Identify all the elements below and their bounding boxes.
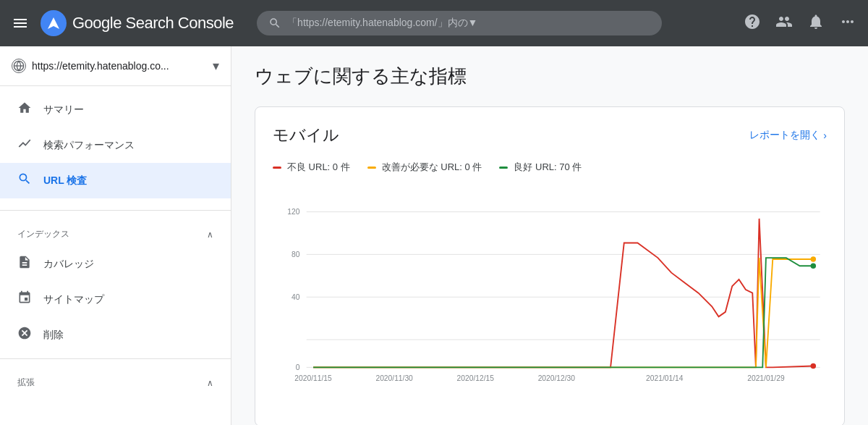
legend-item-improve: 改善が必要な URL: 0 件 — [367, 161, 482, 174]
sidebar-item-sitemap[interactable]: サイトマップ — [0, 282, 231, 317]
sidebar-label-performance: 検索パフォーマンス — [43, 139, 135, 152]
legend-item-good: 良好 URL: 70 件 — [499, 161, 582, 174]
menu-icon[interactable] — [12, 14, 29, 32]
help-icon[interactable] — [744, 13, 761, 34]
svg-text:80: 80 — [292, 251, 300, 258]
svg-text:2020/11/15: 2020/11/15 — [294, 374, 332, 382]
removal-icon — [17, 326, 32, 344]
expand-section-header: 拡張 ∧ — [0, 365, 231, 395]
property-selector[interactable]: https://etemity.hatenablog.co... ▾ — [0, 46, 231, 86]
legend-label-good: 良好 URL: 70 件 — [514, 161, 582, 174]
sitemap-icon — [17, 290, 32, 308]
main-nav: サマリー 検索パフォーマンス URL 検査 — [0, 86, 231, 204]
expand-expand-icon[interactable]: ∧ — [207, 378, 213, 388]
header-icons — [744, 13, 856, 34]
expand-section-label: 拡張 — [17, 376, 35, 389]
chart-svg: 120 80 40 0 2020/11/15 2020/11/30 2020/1… — [273, 191, 827, 408]
property-icon — [12, 59, 26, 73]
svg-text:40: 40 — [292, 293, 300, 301]
sidebar-label-sitemap: サイトマップ — [43, 293, 104, 306]
search-nav-icon — [17, 172, 32, 190]
layout: https://etemity.hatenablog.co... ▾ サマリー … — [0, 46, 868, 425]
card-header: モバイル レポートを開く › — [273, 125, 827, 146]
logo: Google Search Console — [41, 10, 234, 36]
sidebar-label-removal: 削除 — [43, 329, 64, 342]
page-title: ウェブに関する主な指標 — [255, 64, 845, 89]
report-link[interactable]: レポートを開く › — [749, 129, 827, 142]
sidebar-item-summary[interactable]: サマリー — [0, 92, 231, 127]
legend-label-bad: 不良 URL: 0 件 — [287, 161, 350, 174]
notifications-icon[interactable] — [807, 13, 825, 34]
accounts-icon[interactable] — [775, 13, 793, 34]
card-title: モバイル — [273, 125, 339, 146]
property-url: https://etemity.hatenablog.co... — [32, 60, 207, 72]
sidebar-item-removal[interactable]: 削除 — [0, 317, 231, 353]
mobile-card: モバイル レポートを開く › 不良 URL: 0 件 改善が必要な URL: 0… — [255, 106, 845, 425]
legend-label-improve: 改善が必要な URL: 0 件 — [382, 161, 482, 174]
index-section-label: インデックス — [17, 228, 69, 240]
sidebar-label-summary: サマリー — [43, 104, 84, 117]
svg-text:2021/01/14: 2021/01/14 — [646, 374, 684, 382]
header: Google Search Console 「https://etemity.h… — [0, 0, 868, 46]
property-chevron-icon: ▾ — [213, 58, 219, 74]
app-title: Google Search Console — [72, 14, 234, 33]
report-link-label: レポートを開く — [749, 129, 820, 142]
search-bar[interactable]: 「https://etemity.hatenablog.com/」内の▼ — [257, 11, 662, 35]
search-icon — [268, 17, 281, 30]
sidebar-item-search-performance[interactable]: 検索パフォーマンス — [0, 127, 231, 163]
chevron-right-icon: › — [823, 130, 827, 141]
performance-icon — [17, 136, 32, 154]
svg-point-19 — [811, 256, 816, 261]
search-box[interactable]: 「https://etemity.hatenablog.com/」内の▼ — [257, 11, 662, 35]
legend-dot-good — [499, 167, 508, 169]
main-content: ウェブに関する主な指標 モバイル レポートを開く › 不良 URL: 0 件 改… — [231, 46, 868, 425]
chart: 120 80 40 0 2020/11/15 2020/11/30 2020/1… — [273, 191, 827, 408]
sidebar: https://etemity.hatenablog.co... ▾ サマリー … — [0, 46, 231, 425]
search-placeholder: 「https://etemity.hatenablog.com/」内の▼ — [287, 17, 477, 30]
svg-text:0: 0 — [296, 363, 300, 371]
svg-point-18 — [811, 363, 816, 369]
logo-icon — [41, 10, 67, 36]
index-section-header: インデックス ∧ — [0, 216, 231, 246]
coverage-icon — [17, 255, 32, 273]
sidebar-item-url-inspection[interactable]: URL 検査 — [0, 163, 231, 198]
home-icon — [17, 101, 32, 119]
legend-item-bad: 不良 URL: 0 件 — [273, 161, 350, 174]
svg-text:2020/12/30: 2020/12/30 — [538, 374, 576, 382]
legend: 不良 URL: 0 件 改善が必要な URL: 0 件 良好 URL: 70 件 — [273, 161, 827, 174]
legend-dot-bad — [273, 167, 281, 169]
nav-divider — [0, 210, 231, 211]
nav-divider-2 — [0, 358, 231, 359]
sidebar-label-url: URL 検査 — [43, 174, 87, 188]
svg-point-20 — [811, 264, 816, 269]
svg-text:120: 120 — [287, 208, 299, 216]
sidebar-item-coverage[interactable]: カバレッジ — [0, 246, 231, 282]
apps-icon[interactable] — [839, 13, 856, 34]
svg-text:2021/01/29: 2021/01/29 — [747, 374, 785, 382]
sidebar-label-coverage: カバレッジ — [43, 258, 94, 271]
index-expand-icon[interactable]: ∧ — [207, 230, 213, 240]
legend-dot-improve — [367, 167, 376, 169]
svg-text:2020/12/15: 2020/12/15 — [457, 374, 495, 382]
svg-text:2020/11/30: 2020/11/30 — [375, 374, 413, 382]
